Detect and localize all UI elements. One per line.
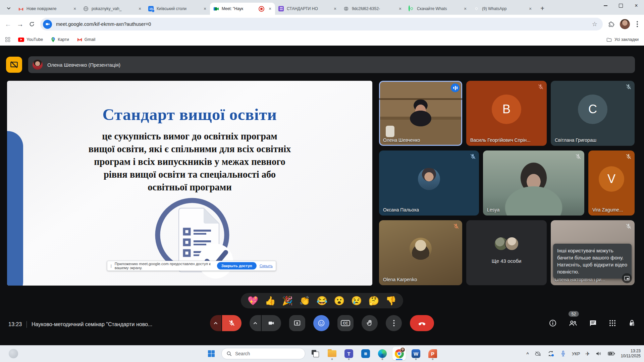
stop-sharing-button[interactable]: Закрыть доступ <box>217 262 257 269</box>
tile-overflow-count[interactable]: Ще 43 особи <box>466 220 547 285</box>
reaction-cry[interactable]: 😢 <box>351 296 362 306</box>
bookmark-star-icon[interactable]: ☆ <box>592 20 601 28</box>
reaction-surprise[interactable]: 😮 <box>334 296 344 306</box>
start-button[interactable] <box>205 347 218 360</box>
word-button[interactable]: W <box>409 347 423 360</box>
edge-button[interactable] <box>376 347 389 360</box>
tab-pokaznyky[interactable]: pokaznyky_vah_ × <box>80 3 145 15</box>
hide-banner-link[interactable]: Скрыть <box>260 264 273 268</box>
store-button[interactable]: ⊞ <box>359 347 372 360</box>
close-icon[interactable]: × <box>462 6 468 12</box>
end-call-button[interactable] <box>410 315 434 331</box>
close-icon[interactable]: × <box>397 6 403 12</box>
reactions-bar: 💖 👍 🎉 👏 😂 😮 😢 🤔 👎 <box>241 293 403 308</box>
microphone-active-icon[interactable] <box>560 350 567 357</box>
reaction-clap[interactable]: 👏 <box>299 296 310 306</box>
back-button[interactable]: ← <box>5 20 11 28</box>
reaction-thumbs-up[interactable]: 👍 <box>265 296 275 306</box>
tab-calendar[interactable]: 10 Київський столи × <box>145 3 210 15</box>
bookmark-youtube[interactable]: YouTube <box>18 37 43 42</box>
bookmark-gmail[interactable]: Gmail <box>77 37 96 42</box>
avatar <box>410 238 432 260</box>
extensions-icon[interactable] <box>608 21 614 27</box>
tab-file[interactable]: 9dc2fd62-6352- × <box>340 3 405 15</box>
close-icon[interactable]: × <box>527 6 533 12</box>
mic-options-button[interactable] <box>210 315 221 331</box>
presentation-indicator-button[interactable] <box>6 57 22 73</box>
address-bar[interactable]: meet.google.com/kif-ekmm-axn?authuser=0 … <box>40 18 603 31</box>
all-bookmarks[interactable]: Усі закладки <box>606 37 639 42</box>
close-icon[interactable]: × <box>202 6 208 12</box>
browser-menu-icon[interactable] <box>635 21 639 27</box>
activities-button[interactable] <box>609 319 616 327</box>
apps-grid-icon[interactable] <box>5 37 10 42</box>
file-explorer-button[interactable] <box>325 347 339 360</box>
tray-expand-icon[interactable]: ^ <box>526 351 529 356</box>
raise-hand-button[interactable] <box>362 315 378 331</box>
host-controls-button[interactable] <box>628 319 636 327</box>
picture-in-picture-icon[interactable] <box>622 273 632 283</box>
reactions-button[interactable] <box>313 315 329 331</box>
tile-oksana[interactable]: Оксана Пальоха <box>379 150 479 216</box>
camera-options-button[interactable] <box>250 315 261 331</box>
drag-handle[interactable]: || <box>110 264 112 268</box>
camera-button[interactable] <box>262 315 281 331</box>
overflow-label: Ще 43 особи <box>466 258 547 264</box>
maximize-button[interactable] <box>613 0 629 11</box>
captions-button[interactable]: CC <box>337 315 354 331</box>
powerpoint-button[interactable]: P <box>426 347 439 360</box>
reload-button[interactable] <box>29 21 35 27</box>
presenter-banner[interactable]: Олена Шевченко (Презентація) <box>28 56 635 73</box>
taskbar-search[interactable]: Search <box>221 348 305 359</box>
tile-self[interactable]: Олена Шевченко <box>379 81 462 146</box>
taskbar-clock[interactable]: 13:23 10/11/2025 <box>621 349 641 359</box>
tab-search-button[interactable] <box>3 3 15 14</box>
tab-title: (9) WhatsApp <box>482 6 525 11</box>
tile-vira[interactable]: V Vira Zagume... <box>588 150 635 216</box>
bookmark-maps[interactable]: Карти <box>51 37 69 43</box>
tile-svitlana[interactable]: С Світлана Григораш <box>551 81 635 146</box>
close-icon[interactable]: × <box>137 6 143 12</box>
chrome-button[interactable] <box>392 347 406 360</box>
sync-icon[interactable] <box>547 350 554 357</box>
airplane-mode-icon[interactable]: ✈ <box>585 351 590 357</box>
tile-vasyl[interactable]: В Василь Георгійович Спрін... <box>466 81 547 146</box>
new-tab-button[interactable]: + <box>537 3 547 13</box>
tab-whatsapp[interactable]: (9) WhatsApp × <box>470 3 535 15</box>
reaction-thinking[interactable]: 🤔 <box>368 296 379 306</box>
tab-standarty[interactable]: СТАНДАРТИ НО × <box>275 3 340 15</box>
close-icon[interactable]: × <box>267 6 273 12</box>
tile-karpenko[interactable]: Olena Karpenko <box>379 220 462 285</box>
audio-indicator-icon <box>451 83 460 92</box>
present-button[interactable] <box>289 315 305 331</box>
tile-hrytsenko[interactable]: Інші користувачі можуть бачити більше ва… <box>551 220 635 285</box>
teams-button[interactable]: T <box>342 347 356 360</box>
close-window-button[interactable]: × <box>629 0 644 11</box>
reaction-heart[interactable]: 💖 <box>248 296 258 306</box>
tile-lesya[interactable]: Lesya <box>483 150 584 216</box>
tab-meet-active[interactable]: Meet: "Наук × <box>210 3 275 15</box>
camera-control-group <box>250 315 281 331</box>
reaction-thumbs-down[interactable]: 👎 <box>386 296 396 306</box>
minimize-button[interactable] <box>598 0 613 11</box>
close-icon[interactable]: × <box>332 6 338 12</box>
chat-button[interactable] <box>589 319 597 327</box>
task-view-button[interactable] <box>309 347 322 360</box>
more-options-button[interactable] <box>386 315 402 331</box>
mic-mute-button[interactable] <box>222 315 241 331</box>
volume-icon[interactable] <box>595 351 602 357</box>
onedrive-paused-icon[interactable] <box>534 351 542 357</box>
reaction-laugh[interactable]: 😂 <box>317 296 327 306</box>
meeting-details-button[interactable] <box>549 319 557 327</box>
list-doc-icon <box>278 6 284 12</box>
tab-whatsapp-download[interactable]: Скачайте Whats × <box>405 3 470 15</box>
profile-avatar[interactable] <box>620 19 630 29</box>
close-icon[interactable]: × <box>72 6 78 12</box>
mic-off-icon <box>625 223 632 230</box>
tab-gmail[interactable]: Нове повідомле × <box>15 3 80 15</box>
battery-charging-icon[interactable] <box>607 351 615 357</box>
participants-button[interactable]: 52 <box>569 319 577 327</box>
reaction-party[interactable]: 🎉 <box>282 296 293 306</box>
language-indicator[interactable]: УКР <box>572 351 580 356</box>
forward-button[interactable]: → <box>17 20 23 28</box>
